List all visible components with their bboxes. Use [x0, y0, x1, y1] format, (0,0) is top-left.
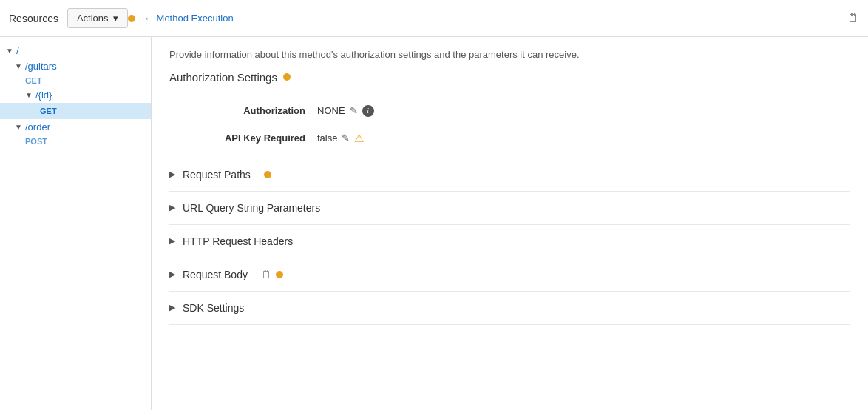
url-query-arrow-icon: ▶ [169, 203, 175, 212]
actions-label: Actions [77, 13, 109, 24]
auth-section-header: Authorization Settings [169, 71, 850, 90]
sidebar-item-id-get[interactable]: GET [0, 103, 151, 119]
sidebar-item-id-label: /{id} [35, 90, 52, 101]
method-execution-link[interactable]: ← Method Execution [144, 13, 234, 24]
sidebar-item-guitars-get[interactable]: GET [0, 74, 151, 87]
api-key-warn-icon: ⚠ [354, 132, 364, 145]
auth-field-label: Authorization [199, 105, 317, 116]
request-body-icons: 🗒 [261, 269, 283, 280]
api-key-edit-icon[interactable]: ✎ [342, 132, 350, 144]
sidebar-item-order-post[interactable]: POST [0, 135, 151, 148]
top-bar: Resources Actions ▾ ← Method Execution 🗒 [0, 0, 868, 37]
sdk-settings-label: SDK Settings [183, 302, 244, 314]
auth-section-title: Authorization Settings [169, 71, 277, 84]
clipboard-icon[interactable]: 🗒 [847, 12, 859, 25]
actions-button[interactable]: Actions ▾ [67, 8, 128, 28]
auth-status-dot [283, 73, 291, 81]
resources-label: Resources [9, 13, 58, 24]
back-arrow-icon: ← [144, 13, 154, 24]
request-body-arrow-icon: ▶ [169, 269, 175, 279]
url-query-section: ▶ URL Query String Parameters [169, 192, 850, 225]
api-key-row: API Key Required false ✎ ⚠ [169, 124, 850, 152]
request-paths-header[interactable]: ▶ Request Paths [169, 158, 850, 191]
http-headers-label: HTTP Request Headers [183, 235, 293, 247]
auth-edit-icon[interactable]: ✎ [350, 105, 358, 116]
main-layout: ▼ / ▼ /guitars GET ▼ /{id} GET ▼ /order … [0, 37, 868, 410]
http-headers-arrow-icon: ▶ [169, 236, 175, 246]
sidebar-item-order[interactable]: ▼ /order [0, 119, 151, 135]
auth-value-text: NONE [317, 105, 345, 116]
request-body-header[interactable]: ▶ Request Body 🗒 [169, 258, 850, 291]
request-body-section: ▶ Request Body 🗒 [169, 258, 850, 292]
sidebar-item-order-label: /order [25, 121, 50, 132]
breadcrumb: ← Method Execution [144, 13, 847, 24]
auth-info-icon[interactable]: i [362, 105, 374, 117]
auth-value-area: NONE ✎ i [317, 105, 374, 117]
url-query-label: URL Query String Parameters [183, 202, 320, 214]
chevron-guitars-icon: ▼ [15, 62, 22, 70]
sidebar-item-id[interactable]: ▼ /{id} [0, 87, 151, 103]
request-body-label: Request Body [183, 269, 248, 280]
sidebar-item-root-label: / [16, 45, 19, 56]
intro-text: Provide information about this method's … [169, 47, 850, 62]
chevron-id-icon: ▼ [25, 91, 33, 99]
content-area: Provide information about this method's … [152, 37, 868, 410]
auth-section: Authorization Settings Authorization NON… [169, 71, 850, 152]
sdk-settings-header[interactable]: ▶ SDK Settings [169, 292, 850, 324]
sidebar-item-guitars-get-label: GET [25, 76, 42, 85]
sidebar: ▼ / ▼ /guitars GET ▼ /{id} GET ▼ /order … [0, 37, 152, 410]
request-paths-section: ▶ Request Paths [169, 158, 850, 192]
request-body-dot [276, 271, 283, 278]
sidebar-item-root[interactable]: ▼ / [0, 43, 151, 58]
sdk-settings-arrow-icon: ▶ [169, 303, 175, 312]
http-headers-header[interactable]: ▶ HTTP Request Headers [169, 225, 850, 258]
method-exec-text: Method Execution [157, 13, 234, 24]
request-paths-dot [264, 171, 271, 178]
sidebar-item-guitars-label: /guitars [25, 61, 57, 72]
request-paths-label: Request Paths [183, 169, 251, 181]
chevron-down-icon: ▾ [113, 13, 118, 24]
request-paths-icons [264, 171, 271, 178]
status-dot [128, 15, 135, 22]
api-key-value-area: false ✎ ⚠ [317, 132, 364, 145]
sidebar-item-guitars[interactable]: ▼ /guitars [0, 58, 151, 74]
request-paths-arrow-icon: ▶ [169, 169, 175, 179]
auth-row: Authorization NONE ✎ i [169, 98, 850, 124]
sidebar-item-id-get-label: GET [35, 105, 61, 117]
request-body-doc-icon: 🗒 [261, 269, 271, 280]
sidebar-item-order-post-label: POST [25, 137, 47, 146]
api-key-value-text: false [317, 132, 337, 144]
http-headers-section: ▶ HTTP Request Headers [169, 225, 850, 258]
chevron-order-icon: ▼ [15, 123, 22, 131]
api-key-label: API Key Required [199, 132, 317, 144]
sdk-settings-section: ▶ SDK Settings [169, 292, 850, 325]
chevron-root-icon: ▼ [6, 47, 13, 55]
url-query-header[interactable]: ▶ URL Query String Parameters [169, 192, 850, 224]
